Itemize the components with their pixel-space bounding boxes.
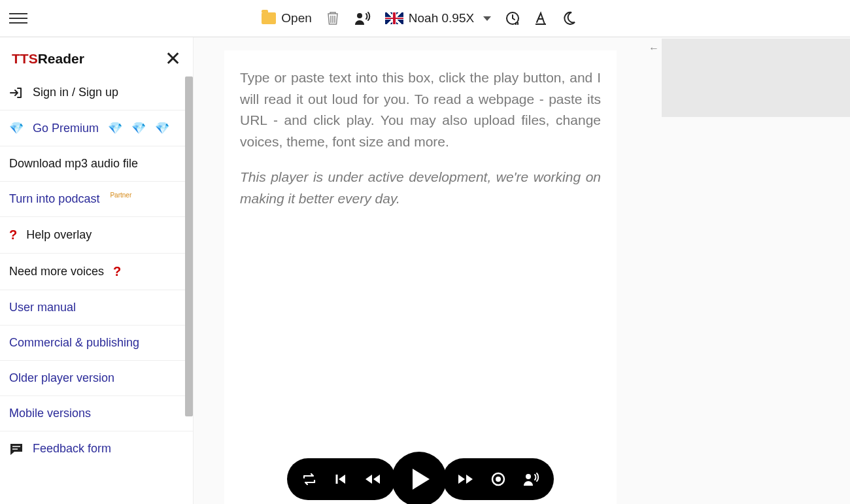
sleep-timer-icon[interactable]: [505, 11, 520, 25]
sidebar-item-label: Help overlay: [26, 228, 92, 242]
sidebar-scrollbar[interactable]: [185, 76, 193, 416]
folder-icon: [262, 12, 276, 24]
voice-output-icon[interactable]: [522, 472, 539, 486]
sidebar-item-help[interactable]: ? Help overlay: [0, 217, 193, 254]
sidebar-item-label: Commercial & publishing: [9, 336, 139, 350]
gem-icon: 💎: [155, 121, 169, 135]
sidebar-item-label: Mobile versions: [9, 407, 91, 420]
sidebar-item-label: Older player version: [9, 371, 114, 385]
editor-placeholder: Type or paste text into this box, click …: [240, 67, 601, 209]
question-icon: ?: [9, 227, 17, 243]
text-input-box[interactable]: Type or paste text into this box, click …: [224, 50, 617, 504]
sidebar-item-mobile[interactable]: Mobile versions: [0, 396, 193, 431]
svg-point-0: [357, 13, 362, 18]
partner-badge: Partner: [110, 192, 131, 199]
sidebar-item-commercial[interactable]: Commercial & publishing: [0, 326, 193, 361]
sidebar-item-signin[interactable]: Sign in / Sign up: [0, 75, 193, 110]
chat-icon: [9, 443, 24, 456]
sidebar-item-label: Feedback form: [33, 442, 111, 456]
question-icon: ?: [113, 264, 121, 279]
hamburger-menu-icon[interactable]: [9, 9, 27, 27]
rewind-icon[interactable]: [364, 473, 381, 485]
voice-label: Noah 0.95X: [409, 11, 474, 25]
app-logo: TTSReader: [12, 51, 84, 67]
play-icon: [413, 469, 430, 490]
sidebar-item-download[interactable]: Download mp3 audio file: [0, 146, 193, 182]
sidebar-item-feedback[interactable]: Feedback form: [0, 431, 193, 466]
play-button[interactable]: [392, 452, 447, 504]
voice-selector[interactable]: Noah 0.95X: [385, 11, 491, 25]
forward-icon[interactable]: [457, 473, 474, 485]
dark-mode-icon[interactable]: [562, 11, 576, 25]
gem-icon: 💎: [9, 121, 24, 135]
signin-icon: [9, 86, 24, 99]
right-panel: ←: [647, 37, 850, 504]
editor-area: Type or paste text into this box, click …: [194, 37, 647, 504]
open-label: Open: [281, 11, 311, 25]
trash-icon[interactable]: [326, 11, 339, 25]
svg-point-5: [526, 474, 531, 479]
player-bar: [287, 458, 554, 500]
collapse-right-panel-icon[interactable]: ←: [649, 42, 659, 54]
sidebar-item-label: Need more voices: [9, 265, 104, 278]
sidebar-item-manual[interactable]: User manual: [0, 290, 193, 326]
ad-placeholder: [662, 39, 850, 117]
chevron-down-icon: [483, 16, 491, 21]
sidebar-item-label: Go Premium: [33, 122, 99, 135]
uk-flag-icon: [385, 12, 403, 24]
sidebar-item-label: Download mp3 audio file: [9, 157, 138, 171]
svg-point-4: [496, 477, 501, 482]
narrator-icon[interactable]: [354, 11, 371, 25]
close-sidebar-icon[interactable]: ✕: [165, 49, 181, 69]
top-toolbar: Open Noah 0.95X: [0, 0, 850, 37]
sidebar-item-label: Turn into podcast: [9, 192, 99, 206]
sidebar: TTSReader ✕ Sign in / Sign up 💎 Go Premi…: [0, 37, 194, 504]
sidebar-item-label: Sign in / Sign up: [33, 86, 118, 99]
repeat-icon[interactable]: [301, 473, 317, 486]
sidebar-item-older[interactable]: Older player version: [0, 361, 193, 396]
open-button[interactable]: Open: [262, 11, 311, 25]
sidebar-item-label: User manual: [9, 301, 76, 314]
record-icon[interactable]: [491, 472, 505, 486]
sidebar-item-voices[interactable]: Need more voices ?: [0, 254, 193, 290]
skip-back-icon[interactable]: [334, 473, 347, 486]
sidebar-item-podcast[interactable]: Turn into podcastPartner: [0, 182, 193, 217]
sidebar-item-premium[interactable]: 💎 Go Premium 💎 💎 💎: [0, 110, 193, 146]
font-icon[interactable]: [534, 11, 547, 25]
gem-icon: 💎: [108, 121, 122, 135]
gem-icon: 💎: [131, 121, 146, 135]
